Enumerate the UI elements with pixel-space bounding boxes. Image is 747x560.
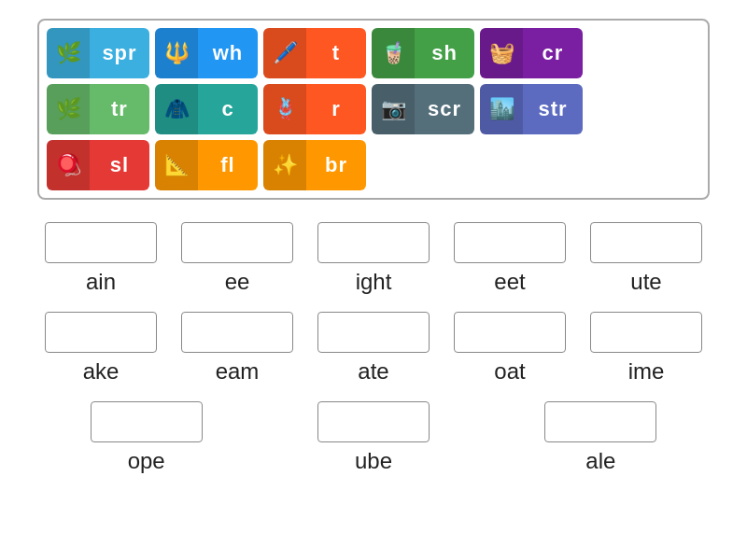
dropzones-section: aineeighteetuteakeeamateoatimeopeubeale xyxy=(37,222,710,491)
tile-spr[interactable]: 🌿spr xyxy=(47,28,149,78)
tile-image-tr: 🌿 xyxy=(47,84,90,134)
dz-row-1: akeeamateoatime xyxy=(37,312,710,385)
dz-group-eet: eet xyxy=(446,222,573,295)
drop-box-eet[interactable] xyxy=(454,222,566,263)
dz-label-ain: ain xyxy=(86,269,116,295)
tile-label-sl: sl xyxy=(90,153,149,177)
dz-group-ube: ube xyxy=(264,401,482,474)
dz-label-ee: ee xyxy=(225,269,250,295)
tile-image-r: 🪢 xyxy=(263,84,306,134)
tile-r[interactable]: 🪢r xyxy=(263,84,366,134)
drop-box-ake[interactable] xyxy=(45,312,157,353)
tile-br[interactable]: ✨br xyxy=(263,140,366,190)
dz-label-ight: ight xyxy=(356,269,392,295)
tile-wh[interactable]: 🔱wh xyxy=(155,28,258,78)
tile-row-2: 🪀sl📐fl✨br xyxy=(47,140,700,190)
tile-t[interactable]: 🖊️t xyxy=(263,28,366,78)
tile-label-r: r xyxy=(306,97,366,121)
drop-box-ate[interactable] xyxy=(317,312,430,353)
dz-label-oat: oat xyxy=(494,358,525,385)
drop-box-oat[interactable] xyxy=(454,312,566,353)
drop-box-ale[interactable] xyxy=(544,401,656,442)
tile-scr[interactable]: 📷scr xyxy=(372,84,474,134)
tile-row-0: 🌿spr🔱wh🖊️t🧋sh🧺cr xyxy=(47,28,700,78)
tile-image-str: 🏙️ xyxy=(480,84,523,134)
tile-label-tr: tr xyxy=(90,97,149,121)
tile-label-str: str xyxy=(523,97,583,121)
drop-box-ain[interactable] xyxy=(45,222,157,263)
dz-group-ale: ale xyxy=(492,401,710,474)
drop-box-ube[interactable] xyxy=(317,401,430,442)
tile-tr[interactable]: 🌿tr xyxy=(47,84,149,134)
dz-label-ope: ope xyxy=(128,448,165,474)
dz-row-2: opeubeale xyxy=(37,401,710,474)
tile-sh[interactable]: 🧋sh xyxy=(372,28,474,78)
tile-sl[interactable]: 🪀sl xyxy=(47,140,149,190)
dz-group-ee: ee xyxy=(174,222,301,295)
tile-image-sh: 🧋 xyxy=(372,28,415,78)
dz-group-ope: ope xyxy=(37,401,255,474)
tile-fl[interactable]: 📐fl xyxy=(155,140,258,190)
tile-image-fl: 📐 xyxy=(155,140,198,190)
dz-label-ute: ute xyxy=(630,269,661,295)
dz-label-eam: eam xyxy=(216,358,260,385)
tile-image-c: 🧥 xyxy=(155,84,198,134)
tile-image-scr: 📷 xyxy=(372,84,415,134)
drop-box-ute[interactable] xyxy=(590,222,702,263)
tile-c[interactable]: 🧥c xyxy=(155,84,258,134)
dz-group-ain: ain xyxy=(37,222,164,295)
drop-box-ope[interactable] xyxy=(91,401,203,442)
tile-label-wh: wh xyxy=(198,41,258,65)
tile-label-br: br xyxy=(306,153,366,177)
dz-group-ate: ate xyxy=(310,312,437,385)
tile-image-wh: 🔱 xyxy=(155,28,198,78)
drop-box-eam[interactable] xyxy=(181,312,293,353)
tile-str[interactable]: 🏙️str xyxy=(480,84,583,134)
dz-label-ate: ate xyxy=(358,358,388,385)
tile-row-1: 🌿tr🧥c🪢r📷scr🏙️str xyxy=(47,84,700,134)
drop-box-ight[interactable] xyxy=(317,222,430,263)
tile-label-cr: cr xyxy=(523,41,583,65)
dz-group-ight: ight xyxy=(310,222,437,295)
dz-label-ime: ime xyxy=(628,358,665,385)
tile-label-t: t xyxy=(306,41,366,65)
tile-label-spr: spr xyxy=(90,41,149,65)
tile-label-fl: fl xyxy=(198,153,258,177)
tile-image-t: 🖊️ xyxy=(263,28,306,78)
tile-image-br: ✨ xyxy=(263,140,306,190)
drop-box-ime[interactable] xyxy=(590,312,702,353)
tile-image-spr: 🌿 xyxy=(47,28,90,78)
dz-group-ute: ute xyxy=(583,222,710,295)
tile-label-scr: scr xyxy=(415,97,474,121)
dz-row-0: aineeighteetute xyxy=(37,222,710,295)
dz-group-eam: eam xyxy=(174,312,301,385)
tile-cr[interactable]: 🧺cr xyxy=(480,28,583,78)
tile-image-cr: 🧺 xyxy=(480,28,523,78)
tiles-section: 🌿spr🔱wh🖊️t🧋sh🧺cr🌿tr🧥c🪢r📷scr🏙️str🪀sl📐fl✨b… xyxy=(37,19,710,200)
tile-label-sh: sh xyxy=(415,41,474,65)
dz-label-ube: ube xyxy=(355,448,392,474)
dz-label-ale: ale xyxy=(585,448,615,474)
tile-image-sl: 🪀 xyxy=(47,140,90,190)
dz-group-oat: oat xyxy=(446,312,573,385)
dz-group-ake: ake xyxy=(37,312,164,385)
dz-label-eet: eet xyxy=(494,269,525,295)
tile-label-c: c xyxy=(198,97,258,121)
drop-box-ee[interactable] xyxy=(181,222,293,263)
dz-label-ake: ake xyxy=(83,358,120,385)
dz-group-ime: ime xyxy=(583,312,710,385)
